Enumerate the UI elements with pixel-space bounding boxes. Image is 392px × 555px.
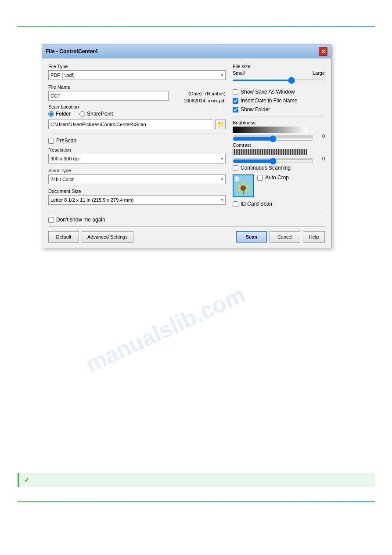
file-size-label: File size [233, 64, 325, 69]
file-name-section: File Name (Date) (Number) 10082014_xxxx.… [48, 84, 226, 101]
number-hint: (Number) [205, 91, 226, 96]
browse-button[interactable]: 📁 [215, 120, 226, 129]
document-size-select[interactable]: Letter 8 1/2 x 11 in (215.9 x 279.4 mm) … [48, 195, 226, 205]
dialog-left-panel: File Type PDF (*.pdf) JPEG (*.jpg) PNG (… [48, 64, 226, 209]
thumbnail-image: 📄 [233, 174, 254, 197]
file-type-select-wrapper: PDF (*.pdf) JPEG (*.jpg) PNG (*.png) TIF… [48, 70, 226, 80]
scan-location-label: Scan Location [48, 104, 226, 109]
advanced-settings-button[interactable]: Advanced Settings [82, 231, 133, 243]
insert-date-label: Insert Date in File Name [241, 98, 297, 104]
filename-hints: (Date) (Number) [188, 91, 226, 96]
sharepoint-label: SharePoint [87, 111, 113, 117]
brightness-value: 0 [316, 134, 325, 139]
show-save-as-row: Show Save As Window [233, 89, 325, 95]
file-name-label: File Name [48, 84, 226, 90]
show-folder-checkbox[interactable] [233, 107, 238, 112]
file-size-small: Small [233, 70, 245, 76]
file-size-slider[interactable] [233, 80, 325, 81]
prescan-label: PreScan [56, 138, 76, 144]
brightness-slider-track [233, 135, 313, 137]
scan-type-select-wrapper: 24bit Color Black & White True Grey 256 … [48, 174, 226, 184]
file-size-large: Large [313, 70, 325, 76]
dialog-title: File - ControlCenter4 [46, 48, 98, 54]
check-icon: ✓ [24, 476, 29, 484]
close-button[interactable]: ✕ [319, 47, 327, 56]
brightness-label: Brightness [233, 120, 325, 125]
folder-label: Folder [56, 111, 71, 117]
watermark: manualslib.com [82, 281, 249, 378]
insert-date-checkbox[interactable] [233, 98, 238, 104]
file-type-label: File Type [48, 64, 226, 69]
dont-show-label: Don't show me again. [56, 217, 107, 223]
cancel-button[interactable]: Cancel [270, 231, 300, 243]
date-hint: (Date) [188, 91, 202, 96]
path-input[interactable] [48, 120, 213, 129]
contrast-section: Contrast 0 [233, 142, 325, 161]
contrast-label: Contrast [233, 142, 325, 148]
separator-right-1 [233, 116, 325, 116]
dialog-right-panel: File size Small Large Show Save As Windo… [233, 64, 325, 209]
brightness-slider[interactable] [233, 135, 313, 142]
footer-separator [48, 213, 325, 213]
folder-radio[interactable] [48, 111, 54, 117]
file-name-input[interactable] [48, 91, 169, 101]
continuous-scanning-row: Continuous Scanning [233, 165, 325, 171]
document-size-section: Document Size Letter 8 1/2 x 11 in (215.… [48, 189, 226, 205]
id-card-scan-row: ID Card Scan [233, 201, 325, 207]
show-save-as-checkbox[interactable] [233, 89, 238, 95]
brightness-bar [233, 127, 307, 133]
folder-icon: 📁 [217, 121, 224, 128]
folder-radio-item: Folder [48, 111, 71, 117]
prescan-checkbox[interactable] [48, 138, 54, 144]
svg-point-0 [242, 182, 245, 185]
document-size-label: Document Size [48, 189, 226, 194]
file-size-range-labels: Small Large [233, 70, 325, 76]
autocrop-area: Auto Crop [257, 174, 289, 181]
scan-button[interactable]: Scan [236, 231, 267, 243]
contrast-slider-track [233, 158, 313, 160]
sunflower-icon [237, 181, 250, 195]
autocrop-row: Auto Crop [257, 174, 289, 181]
svg-point-6 [241, 185, 246, 191]
resolution-select[interactable]: 300 x 300 dpi 100 x 100 dpi 200 x 200 dp… [48, 154, 226, 163]
top-rule [18, 26, 374, 27]
dialog-window: File - ControlCenter4 ✕ File Type PDF (*… [42, 44, 331, 248]
continuous-scanning-checkbox[interactable] [233, 165, 238, 171]
default-button[interactable]: Default [48, 231, 79, 243]
auto-crop-label: Auto Crop [265, 174, 289, 181]
button-row: Default Advanced Settings Scan Cancel He… [48, 226, 325, 243]
separator-1 [48, 134, 226, 134]
dialog-body: File Type PDF (*.pdf) JPEG (*.jpg) PNG (… [42, 58, 331, 248]
contrast-slider[interactable] [233, 158, 313, 165]
id-card-scan-checkbox[interactable] [233, 201, 238, 207]
scan-type-label: Scan Type [48, 168, 226, 173]
bottom-rule [18, 501, 374, 502]
check-banner: ✓ [18, 473, 374, 487]
page-wrapper: File - ControlCenter4 ✕ File Type PDF (*… [0, 0, 392, 555]
insert-date-row: Insert Date in File Name [233, 98, 325, 104]
scan-location-section: Scan Location Folder SharePoint [48, 104, 226, 129]
help-button[interactable]: Help [303, 231, 325, 243]
sharepoint-radio[interactable] [79, 111, 85, 117]
thumbnail-area: 📄 [233, 174, 325, 197]
prescan-checkbox-row: PreScan [48, 138, 226, 144]
resolution-label: Resolution [48, 147, 226, 152]
brightness-section: Brightness 0 [233, 120, 325, 139]
svg-point-1 [246, 185, 249, 187]
svg-point-4 [237, 189, 240, 192]
dont-show-checkbox[interactable] [48, 217, 54, 223]
dialog-columns: File Type PDF (*.pdf) JPEG (*.jpg) PNG (… [48, 64, 325, 209]
scan-location-radios: Folder SharePoint [48, 111, 226, 117]
scan-type-select[interactable]: 24bit Color Black & White True Grey 256 … [48, 174, 226, 184]
file-type-select[interactable]: PDF (*.pdf) JPEG (*.jpg) PNG (*.png) TIF… [48, 70, 226, 80]
auto-crop-checkbox[interactable] [257, 175, 263, 181]
contrast-bar [233, 149, 307, 155]
contrast-value: 0 [316, 156, 325, 161]
dialog-titlebar: File - ControlCenter4 ✕ [42, 44, 331, 58]
scan-type-section: Scan Type 24bit Color Black & White True… [48, 168, 226, 184]
continuous-scanning-label: Continuous Scanning [241, 165, 291, 171]
file-size-section: File size Small Large [233, 64, 325, 83]
id-card-scan-label: ID Card Scan [241, 201, 272, 207]
file-type-section: File Type PDF (*.pdf) JPEG (*.jpg) PNG (… [48, 64, 226, 80]
path-row: 📁 [48, 120, 226, 129]
